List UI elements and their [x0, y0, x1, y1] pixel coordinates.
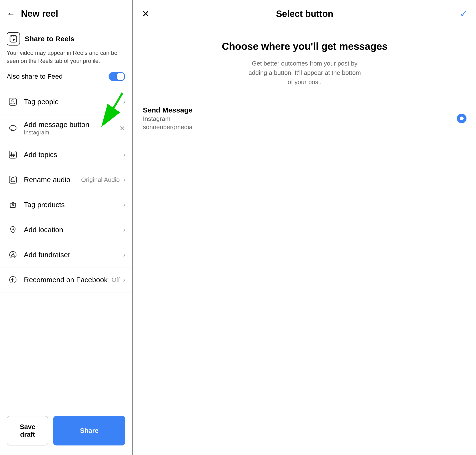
svg-line-8: [14, 153, 14, 157]
recommend-facebook-right: Off ›: [111, 276, 125, 284]
menu-item-add-message[interactable]: Add message button Instagram ✕: [0, 114, 132, 142]
menu-item-recommend-facebook[interactable]: Recommend on Facebook Off ›: [0, 268, 132, 292]
menu-item-tag-products[interactable]: Tag products ›: [0, 192, 132, 217]
option-send-message-title: Send Message: [143, 106, 192, 114]
chevron-icon: ›: [123, 98, 125, 106]
menu-list: Tag people ›: [0, 89, 132, 410]
add-location-content: Add location: [24, 226, 123, 234]
share-to-reels-row: Share to Reels: [7, 32, 125, 46]
audio-icon: [7, 173, 19, 186]
option-send-message-subtitle2: sonnenbergmedia: [143, 123, 192, 131]
svg-rect-12: [12, 177, 14, 181]
tag-products-label: Tag products: [24, 201, 65, 209]
add-message-content: Add message button Instagram: [24, 121, 119, 136]
menu-item-tag-people[interactable]: Tag people ›: [0, 89, 132, 114]
menu-item-add-fundraiser[interactable]: Add fundraiser ›: [0, 242, 132, 268]
fundraiser-icon: [7, 249, 19, 261]
bag-icon: [7, 199, 19, 211]
hash-icon: [7, 148, 19, 161]
chevron-icon: ›: [123, 151, 125, 159]
toggle-knob: [117, 73, 124, 80]
back-button[interactable]: ←: [7, 9, 15, 18]
recommend-facebook-content: Recommend on Facebook: [24, 276, 111, 284]
share-button[interactable]: Share: [53, 416, 125, 446]
rename-audio-right: Original Audio ›: [81, 176, 125, 184]
tag-people-label: Tag people: [24, 98, 59, 106]
add-topics-content: Add topics: [24, 151, 123, 159]
confirm-button[interactable]: ✓: [460, 8, 468, 19]
close-button[interactable]: ✕: [142, 8, 150, 19]
svg-point-14: [12, 204, 14, 206]
rename-audio-content: Rename audio: [24, 176, 81, 184]
right-content: Choose where you'll get messages Get bet…: [133, 26, 476, 145]
right-header: ✕ Select button ✓: [133, 0, 476, 26]
menu-item-rename-audio[interactable]: Rename audio Original Audio ›: [0, 167, 132, 192]
message-icon: [7, 122, 19, 134]
svg-point-3: [12, 100, 14, 102]
remove-message-icon[interactable]: ✕: [119, 124, 125, 132]
add-message-right: ✕: [119, 124, 125, 132]
add-fundraiser-label: Add fundraiser: [24, 251, 70, 259]
save-draft-button[interactable]: Save draft: [7, 416, 48, 446]
left-header: ← New reel: [0, 0, 132, 25]
chevron-icon: ›: [123, 176, 125, 184]
chevron-icon: ›: [123, 276, 125, 284]
left-panel: ← New reel Share to Reels Your video may…: [0, 0, 133, 455]
add-topics-right: ›: [123, 151, 125, 159]
add-fundraiser-content: Add fundraiser: [24, 251, 123, 259]
select-button-title: Select button: [276, 9, 333, 19]
choose-description: Get better outcomes from your post by ad…: [245, 59, 364, 87]
menu-item-add-topics[interactable]: Add topics ›: [0, 142, 132, 167]
also-share-row: Also share to Feed: [7, 70, 125, 83]
person-icon: [7, 96, 19, 108]
recommend-facebook-value: Off: [111, 276, 119, 284]
add-location-right: ›: [123, 226, 125, 234]
bottom-buttons: Save draft Share: [0, 410, 132, 455]
also-share-label: Also share to Feed: [7, 73, 63, 80]
share-section: Share to Reels Your video may appear in …: [0, 25, 132, 89]
chevron-icon: ›: [123, 226, 125, 234]
add-message-subtitle: Instagram: [24, 129, 119, 136]
choose-title: Choose where you'll get messages: [222, 40, 388, 53]
radio-button-selected[interactable]: [457, 114, 467, 123]
rename-audio-value: Original Audio: [81, 176, 120, 184]
svg-point-18: [12, 253, 14, 255]
chevron-icon: ›: [123, 201, 125, 209]
svg-line-7: [11, 153, 12, 157]
reels-icon-box: [7, 32, 20, 46]
svg-point-5: [9, 125, 16, 131]
share-to-reels-title: Share to Reels: [25, 35, 74, 43]
location-icon: [7, 224, 19, 236]
tag-products-right: ›: [123, 201, 125, 209]
svg-marker-1: [13, 38, 15, 41]
tag-people-right: ›: [123, 98, 125, 106]
svg-rect-6: [9, 151, 16, 158]
recommend-facebook-label: Recommend on Facebook: [24, 276, 108, 284]
radio-inner: [460, 117, 464, 120]
also-share-toggle[interactable]: [109, 72, 125, 81]
add-fundraiser-right: ›: [123, 251, 125, 259]
rename-audio-label: Rename audio: [24, 176, 70, 184]
tag-people-content: Tag people: [24, 98, 123, 106]
option-send-message-text: Send Message Instagram sonnenbergmedia: [143, 106, 192, 131]
add-topics-label: Add topics: [24, 151, 57, 159]
page-title: New reel: [21, 8, 58, 19]
add-message-label: Add message button: [24, 121, 89, 129]
reels-icon: [9, 35, 17, 43]
tag-products-content: Tag products: [24, 201, 123, 209]
share-description: Your video may appear in Reels and can b…: [7, 49, 125, 65]
option-send-message-subtitle1: Instagram: [143, 115, 192, 122]
add-location-label: Add location: [24, 226, 63, 234]
chevron-icon: ›: [123, 251, 125, 259]
right-panel: ✕ Select button ✓ Choose where you'll ge…: [133, 0, 476, 455]
option-send-message[interactable]: Send Message Instagram sonnenbergmedia: [143, 101, 467, 136]
svg-point-16: [12, 228, 14, 230]
menu-item-add-location[interactable]: Add location ›: [0, 217, 132, 242]
facebook-icon: [7, 274, 19, 286]
